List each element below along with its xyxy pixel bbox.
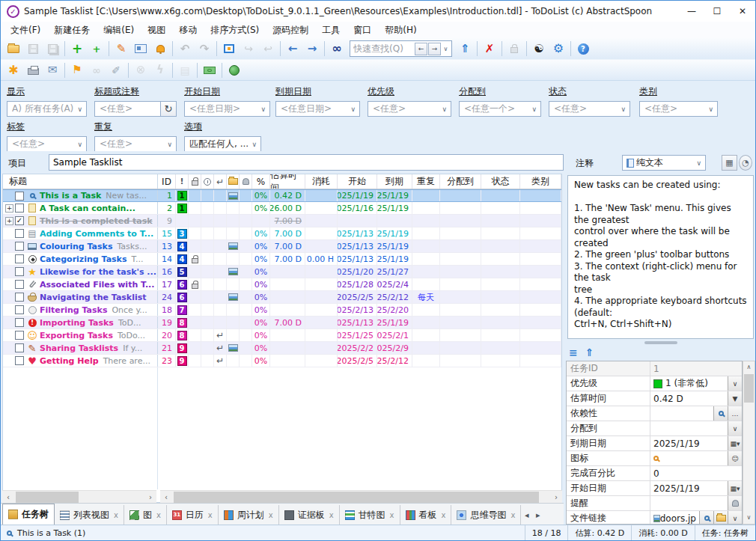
menu-item-0[interactable]: 文件(F) bbox=[4, 22, 47, 38]
task-checkbox[interactable] bbox=[15, 293, 24, 302]
maximize-view-button[interactable] bbox=[219, 40, 239, 58]
close-button[interactable]: ✕ bbox=[730, 1, 755, 21]
scroll-thumb[interactable] bbox=[16, 492, 79, 503]
task-comments[interactable]: New tasks can be created using: 1. The '… bbox=[567, 175, 754, 339]
tab-close-icon[interactable]: x bbox=[442, 511, 446, 519]
scroll-left-icon[interactable]: ‹ bbox=[160, 493, 172, 501]
filter-select[interactable]: A) 所有任务(A)∨ bbox=[7, 101, 87, 117]
password-protect-button[interactable] bbox=[504, 40, 524, 58]
column-header-filelink-icon[interactable] bbox=[227, 174, 240, 189]
filter-select[interactable]: <任意日期>∨ bbox=[275, 101, 360, 117]
calendar-dropdown-button[interactable]: ▦▾ bbox=[728, 436, 742, 450]
filter-select[interactable]: <任意>∨ bbox=[7, 136, 87, 152]
asterisk-tool-button[interactable]: ✱ bbox=[4, 61, 23, 79]
column-header-priority-icon[interactable]: ! bbox=[176, 174, 189, 189]
property-value[interactable]: 0.42 D bbox=[650, 391, 728, 406]
tab-close-icon[interactable]: x bbox=[510, 511, 515, 519]
flag-button[interactable]: ⚑ bbox=[67, 61, 87, 79]
sort-tasks-button[interactable]: ⇑ bbox=[455, 40, 475, 58]
filelink-find-button[interactable] bbox=[699, 511, 713, 525]
quick-search-input[interactable] bbox=[351, 43, 414, 55]
column-header-开始[interactable]: 开始 bbox=[338, 174, 377, 189]
search-prev-button[interactable]: ← bbox=[415, 43, 427, 55]
lightning-button[interactable]: ϟ bbox=[150, 61, 170, 79]
tab-board[interactable]: 证据板x bbox=[279, 505, 340, 525]
task-row[interactable]: ★Likewise for the task's ...1650%2025/1/… bbox=[3, 266, 561, 278]
tab-kanban[interactable]: 看板x bbox=[400, 505, 452, 525]
task-row[interactable]: Associated Files with T...1760%2025/1/28… bbox=[3, 278, 561, 291]
dependency-edit-button[interactable]: … bbox=[728, 406, 742, 421]
undo-button[interactable]: ↶ bbox=[175, 40, 195, 58]
task-row[interactable]: ♥Getting HelpThere are...239↵0%2025/2/52… bbox=[3, 355, 561, 367]
yin-yang-button[interactable]: ☯ bbox=[529, 40, 549, 58]
chain-link-button[interactable]: ∞ bbox=[87, 61, 106, 79]
menu-item-2[interactable]: 编辑(E) bbox=[97, 22, 141, 38]
broom-button[interactable]: ✐ bbox=[106, 61, 126, 79]
menu-item-5[interactable]: 排序方式(S) bbox=[204, 22, 266, 38]
task-checkbox[interactable] bbox=[15, 242, 24, 251]
scroll-right-icon[interactable]: › bbox=[144, 493, 156, 501]
comments-format-select[interactable]: 纯文本 ∨ bbox=[622, 155, 706, 171]
menu-item-8[interactable]: 窗口 bbox=[347, 22, 378, 38]
spin-down-icon[interactable]: ▼ bbox=[728, 391, 742, 406]
scroll-thumb[interactable] bbox=[174, 492, 539, 503]
task-checkbox[interactable] bbox=[15, 318, 24, 327]
help-button[interactable]: ? bbox=[573, 40, 593, 58]
column-header-类别[interactable]: 类别 bbox=[520, 174, 561, 189]
property-value[interactable] bbox=[650, 496, 728, 510]
tab-mindmap[interactable]: 思维导图x bbox=[451, 505, 521, 525]
column-header-到期[interactable]: 到期 bbox=[377, 174, 412, 189]
column-header-lock-icon[interactable] bbox=[189, 174, 201, 189]
task-checkbox[interactable] bbox=[15, 254, 24, 263]
property-value[interactable] bbox=[650, 421, 728, 435]
dropdown-arrow-icon[interactable]: ∨ bbox=[728, 376, 742, 391]
menu-item-1[interactable]: 新建任务 bbox=[47, 22, 97, 38]
expand-icon[interactable]: + bbox=[5, 204, 13, 213]
scroll-down-icon[interactable]: ∨ bbox=[743, 512, 755, 524]
redo-button[interactable]: ↷ bbox=[195, 40, 214, 58]
reminder-bell-button[interactable] bbox=[728, 496, 742, 510]
preferences-button[interactable]: ⚙ bbox=[549, 40, 568, 58]
banknote-button[interactable] bbox=[200, 61, 219, 79]
comments-layout-button[interactable]: ▦ bbox=[722, 155, 737, 171]
tab-close-icon[interactable]: x bbox=[114, 511, 118, 519]
email-button[interactable]: ✉ bbox=[43, 61, 62, 79]
filter-select[interactable]: <任意>∨ bbox=[549, 101, 630, 117]
menu-item-9[interactable]: 帮助(H) bbox=[378, 22, 423, 38]
new-subtask-button[interactable]: + bbox=[87, 40, 106, 58]
task-checkbox[interactable] bbox=[15, 192, 24, 201]
task-checkbox[interactable] bbox=[15, 280, 24, 289]
menu-item-3[interactable]: 视图 bbox=[141, 22, 172, 38]
dropdown-arrow-icon[interactable]: ∨ bbox=[728, 421, 742, 435]
tab-calendar[interactable]: 31日历x bbox=[167, 505, 219, 525]
find-tasks-button[interactable]: ∞ bbox=[327, 40, 347, 58]
refresh-icon[interactable]: ↻ bbox=[161, 101, 177, 117]
calendar-dropdown-button[interactable]: ▦▾ bbox=[728, 481, 742, 495]
filter-select[interactable]: 匹配任何人, ...∨ bbox=[184, 136, 261, 152]
filter-input[interactable]: <任意> bbox=[94, 101, 161, 117]
task-checkbox[interactable] bbox=[15, 204, 24, 213]
icon-picker-button[interactable]: ☺ bbox=[728, 451, 742, 465]
save-tasklist-button[interactable] bbox=[23, 40, 43, 58]
cancel-circle-button[interactable]: ⊗ bbox=[131, 61, 150, 79]
open-tasklist-button[interactable] bbox=[4, 40, 23, 58]
print-button[interactable] bbox=[23, 61, 43, 79]
task-checkbox[interactable] bbox=[15, 356, 24, 365]
property-value[interactable]: 2025/1/19 bbox=[650, 436, 728, 450]
tab-weekplan[interactable]: 周计划x bbox=[219, 505, 279, 525]
menu-item-6[interactable]: 源码控制 bbox=[266, 22, 315, 38]
task-row[interactable]: Filtering TasksOnce y...1870%2025/2/1320… bbox=[3, 304, 561, 317]
filter-select[interactable]: <任意日期>∨ bbox=[184, 101, 270, 117]
next-task-button[interactable]: → bbox=[302, 40, 322, 58]
tab-close-icon[interactable]: x bbox=[156, 511, 161, 519]
tab-close-icon[interactable]: x bbox=[208, 511, 213, 519]
task-row[interactable]: +✓This is a completed task97.00 D bbox=[3, 215, 561, 227]
column-header-reminder-icon[interactable] bbox=[240, 174, 252, 189]
indent-task-button[interactable]: ↪ bbox=[239, 40, 258, 58]
menu-item-7[interactable]: 工具 bbox=[315, 22, 347, 38]
comments-clock-button[interactable]: ◔ bbox=[739, 155, 752, 171]
filelink-browse-button[interactable] bbox=[713, 511, 728, 525]
scroll-up-icon[interactable]: ∧ bbox=[743, 361, 755, 373]
column-header-估算时间[interactable]: 估算时间 bbox=[270, 174, 305, 189]
columns-h-scrollbar[interactable]: ‹ › bbox=[160, 490, 562, 503]
